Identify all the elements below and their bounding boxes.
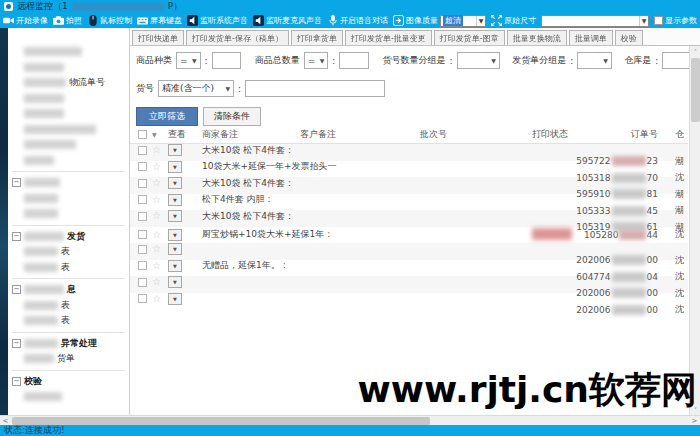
row-dropdown-button[interactable]: ▼ — [168, 194, 182, 206]
header-dropdown-icon[interactable]: ▼ — [152, 131, 168, 138]
tree-collapse-icon[interactable]: − — [12, 178, 21, 187]
row-checkbox[interactable] — [138, 294, 147, 303]
tab-print-save-draft[interactable]: 打印发货单-保存（稿单） — [186, 30, 289, 45]
row-checkbox[interactable] — [138, 179, 147, 188]
clear-conditions-button[interactable]: 清除条件 — [203, 107, 261, 126]
row-checkbox[interactable] — [138, 212, 147, 221]
show-params-checkbox[interactable]: 显示参数 — [654, 15, 697, 26]
size-select[interactable]: ▼ — [541, 15, 649, 27]
row-checkbox[interactable] — [138, 162, 147, 171]
vertical-scrollbar[interactable]: ˄ ˅ — [689, 46, 700, 415]
sidebar-item-logistics-no[interactable]: 物流单号 — [8, 75, 129, 91]
tree-collapse-icon[interactable]: − — [12, 377, 21, 386]
sidebar-item[interactable] — [8, 91, 129, 107]
row-dropdown-button[interactable]: ▼ — [168, 210, 182, 222]
order-table: ☆▼ 大米10袋 松下4件套： 59572223 潮 ☆▼ 10袋大米+延保一年… — [130, 144, 688, 309]
col-view: 查看 — [168, 128, 202, 141]
tab-print-pickup[interactable]: 打印拿货单 — [291, 30, 343, 45]
remote-toolbar: 开始录像 拍照 鼠标控制 屏幕键盘 监听系统声音 监听麦克风声音 开启语音对话 — [0, 13, 700, 28]
row-dropdown-button[interactable]: ▼ — [168, 229, 182, 241]
sidebar-item[interactable] — [8, 153, 129, 169]
mouse-control-button[interactable]: 鼠标控制 — [87, 15, 132, 26]
row-checkbox[interactable] — [138, 261, 147, 270]
sidebar-item[interactable]: 表 — [8, 260, 129, 276]
row-dropdown-button[interactable]: ▼ — [168, 161, 182, 173]
sku-group-select[interactable]: ▼ — [457, 52, 500, 69]
star-icon[interactable]: ☆ — [152, 244, 168, 254]
sidebar-item[interactable] — [8, 122, 129, 138]
product-type-input[interactable] — [212, 52, 241, 69]
take-photo-button[interactable]: 拍照 — [53, 15, 82, 26]
product-type-op-select[interactable]: =▼ — [176, 52, 201, 69]
star-icon[interactable]: ☆ — [152, 195, 168, 205]
sidebar-item[interactable]: 表 — [8, 298, 129, 314]
row-dropdown-button[interactable]: ▼ — [168, 276, 182, 288]
sidebar-section-exception[interactable]: −异常处理 — [8, 336, 129, 352]
screen-keyboard-button[interactable]: 屏幕键盘 — [137, 15, 182, 26]
scrollbar-thumb[interactable] — [12, 417, 430, 425]
row-checkbox[interactable] — [138, 245, 147, 254]
product-qty-op-select[interactable]: =▼ — [304, 52, 329, 69]
select-all-checkbox[interactable] — [138, 130, 147, 139]
image-quality-select[interactable]: 超清 ▼ — [440, 15, 486, 27]
tree-collapse-icon[interactable]: − — [12, 232, 21, 241]
scroll-up-icon[interactable]: ˄ — [690, 46, 700, 57]
table-row[interactable]: ☆▼ 厨宝炒锅+10袋大米+延保1年： 10528044 沈 — [130, 227, 688, 244]
row-checkbox[interactable] — [138, 278, 147, 287]
sidebar-item[interactable] — [8, 389, 129, 405]
sidebar-section[interactable]: − — [8, 175, 129, 191]
row-dropdown-button[interactable]: ▼ — [168, 260, 182, 272]
sidebar-item[interactable] — [8, 60, 129, 76]
star-icon[interactable]: ☆ — [152, 178, 168, 188]
original-size-button[interactable]: 原始尺寸 — [491, 15, 536, 26]
row-dropdown-button[interactable]: ▼ — [168, 293, 182, 305]
tree-collapse-icon[interactable]: − — [12, 285, 21, 294]
row-dropdown-button[interactable]: ▼ — [168, 243, 182, 255]
voice-chat-button[interactable]: 开启语音对话 — [327, 15, 388, 26]
listen-system-audio-button[interactable]: 监听系统声音 — [187, 15, 248, 26]
star-icon[interactable]: ☆ — [152, 294, 168, 304]
table-row[interactable]: ☆▼ 大米10袋 松下4件套： 59572223 潮 — [130, 144, 688, 161]
tab-print-stamp[interactable]: 打印发货单-图章 — [434, 30, 505, 45]
scrollbar-thumb[interactable] — [691, 58, 700, 122]
sidebar-item[interactable]: 表 — [8, 313, 129, 329]
item-no-input[interactable] — [245, 80, 385, 97]
star-icon[interactable]: ☆ — [152, 277, 168, 287]
sidebar-item[interactable] — [8, 137, 129, 153]
sidebar-item[interactable] — [8, 106, 129, 122]
col-print-status: 打印状态 — [532, 128, 584, 141]
star-icon[interactable]: ☆ — [152, 162, 168, 172]
sidebar-item[interactable] — [8, 191, 129, 207]
sidebar-section-check[interactable]: −校验 — [8, 374, 129, 390]
product-qty-input[interactable] — [339, 52, 368, 69]
star-icon[interactable]: ☆ — [152, 230, 168, 240]
table-row[interactable]: ☆▼ 20200600 沈 — [130, 243, 688, 260]
star-icon[interactable]: ☆ — [152, 261, 168, 271]
horizontal-scrollbar[interactable]: < > — [0, 415, 700, 425]
sidebar-item[interactable] — [8, 44, 129, 60]
tab-check[interactable]: 校验 — [615, 30, 643, 45]
row-checkbox[interactable] — [138, 230, 147, 239]
filter-row-1: 商品种类 =▼ : 商品总数量 =▼ : 货号数量分组是 : ▼ 发货单分组是 … — [136, 52, 696, 69]
tab-print-express[interactable]: 打印快递单 — [132, 30, 184, 45]
star-icon[interactable]: ☆ — [152, 211, 168, 221]
tab-batch-adjust[interactable]: 批量调单 — [569, 30, 613, 45]
row-checkbox[interactable] — [138, 195, 147, 204]
filter-now-button[interactable]: 立即筛选 — [136, 107, 198, 126]
row-checkbox[interactable] — [138, 146, 147, 155]
tab-batch-logistics[interactable]: 批量更换物流 — [507, 30, 567, 45]
star-icon[interactable]: ☆ — [152, 145, 168, 155]
sidebar-item[interactable]: 货单 — [8, 351, 129, 367]
row-dropdown-button[interactable]: ▼ — [168, 177, 182, 189]
listen-mic-audio-button[interactable]: 监听麦克风声音 — [253, 15, 322, 26]
sidebar-section-info[interactable]: −息 — [8, 282, 129, 298]
row-dropdown-button[interactable]: ▼ — [168, 144, 182, 156]
ship-group-select[interactable]: ▼ — [577, 52, 612, 69]
start-record-button[interactable]: 开始录像 — [3, 15, 48, 26]
sidebar-item[interactable]: 表 — [8, 244, 129, 260]
tree-collapse-icon[interactable]: − — [12, 339, 21, 348]
sidebar-section-shipping[interactable]: −发货 — [8, 229, 129, 245]
sidebar-item[interactable] — [8, 206, 129, 222]
tab-print-batch-change[interactable]: 打印发货单-批量变更 — [345, 30, 432, 45]
item-no-mode-select[interactable]: 精准(含一个)▼ — [158, 80, 234, 97]
